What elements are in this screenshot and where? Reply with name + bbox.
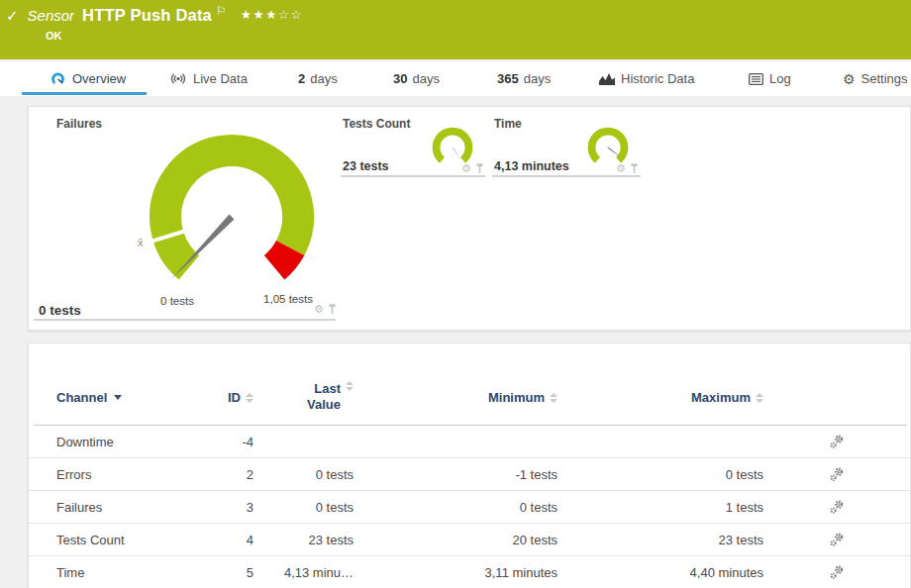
column-header-id[interactable]: ID bbox=[205, 390, 253, 405]
channel-minimum: 0 tests bbox=[354, 500, 557, 515]
gauge-icon bbox=[50, 71, 66, 86]
tab-live-data[interactable]: Live Data bbox=[169, 61, 248, 96]
channel-table-panel: Channel ID Last Value Minimum Maximum Do… bbox=[28, 343, 911, 588]
sort-icon bbox=[346, 381, 354, 391]
gauge-scale-min: 0 tests bbox=[148, 295, 207, 307]
column-header-minimum[interactable]: Minimum bbox=[354, 390, 557, 405]
tab-2-days-label: days bbox=[310, 71, 337, 86]
pin-icon[interactable] bbox=[328, 304, 337, 315]
tab-365-days-number: 365 bbox=[497, 71, 519, 86]
average-marker-label: x̄ bbox=[138, 237, 144, 248]
table-row[interactable]: Failures 3 0 tests 0 tests 1 tests bbox=[29, 491, 910, 524]
channel-maximum: 23 tests bbox=[557, 533, 763, 547]
tile-gear-icon[interactable]: ⚙ bbox=[616, 163, 626, 174]
channel-name[interactable]: Errors bbox=[56, 467, 205, 482]
channel-last-value: 0 tests bbox=[253, 467, 354, 482]
tab-30-days-number: 30 bbox=[393, 71, 407, 86]
channel-settings-gears-icon[interactable] bbox=[829, 564, 845, 580]
table-row[interactable]: Errors 2 0 tests -1 tests 0 tests bbox=[29, 458, 910, 491]
channel-minimum: -1 tests bbox=[354, 467, 557, 482]
settings-gear-icon: ⚙ bbox=[843, 72, 856, 86]
column-header-last-value[interactable]: Last Value bbox=[253, 381, 354, 414]
channel-settings-gears-icon[interactable] bbox=[829, 466, 845, 482]
table-header-row: Channel ID Last Value Minimum Maximum bbox=[29, 381, 910, 414]
channel-last-value: 0 tests bbox=[253, 500, 354, 515]
tab-overview-label: Overview bbox=[72, 71, 126, 86]
priority-stars[interactable]: ★★★☆☆ bbox=[241, 7, 304, 22]
tile-divider bbox=[341, 175, 485, 177]
channel-settings-gears-icon[interactable] bbox=[829, 499, 845, 515]
failures-gauge-title: Failures bbox=[56, 117, 102, 131]
column-header-channel[interactable]: Channel bbox=[56, 390, 205, 405]
tab-historic-data-label: Historic Data bbox=[621, 71, 694, 86]
tile-divider bbox=[492, 175, 641, 177]
tab-2-days-number: 2 bbox=[298, 71, 305, 86]
table-row[interactable]: Tests Count 4 23 tests 20 tests 23 tests bbox=[29, 524, 910, 556]
sensor-title: HTTP Push Data bbox=[82, 6, 212, 25]
status-check-icon: ✓ bbox=[6, 7, 19, 25]
sensor-type-label: Sensor bbox=[28, 7, 75, 24]
tests-count-gauge-title: Tests Count bbox=[343, 117, 410, 131]
channel-settings-gears-icon[interactable] bbox=[829, 434, 845, 449]
sort-icon bbox=[550, 393, 557, 403]
channel-name[interactable]: Downtime bbox=[56, 435, 205, 449]
failures-gauge bbox=[145, 130, 319, 304]
log-icon bbox=[749, 73, 763, 85]
channel-name[interactable]: Time bbox=[56, 565, 205, 580]
channel-id: -4 bbox=[205, 435, 253, 449]
channel-id: 3 bbox=[205, 500, 253, 515]
tab-settings[interactable]: ⚙ Settings bbox=[843, 61, 908, 96]
channel-last-value: 4,13 minu… bbox=[253, 565, 354, 580]
live-data-icon bbox=[169, 72, 187, 85]
channel-maximum: 1 tests bbox=[557, 500, 763, 515]
sort-desc-icon bbox=[114, 395, 122, 400]
channel-last-value: 23 tests bbox=[253, 533, 354, 547]
channel-id: 5 bbox=[205, 565, 253, 580]
tab-365-days-label: days bbox=[524, 71, 551, 86]
tab-30-days[interactable]: 30 days bbox=[393, 61, 440, 96]
column-header-maximum[interactable]: Maximum bbox=[557, 390, 763, 405]
table-row[interactable]: Time 5 4,13 minu… 3,11 minutes 4,40 minu… bbox=[29, 556, 910, 588]
tile-gear-icon[interactable]: ⚙ bbox=[461, 163, 471, 174]
tests-count-tile-controls: ⚙ bbox=[461, 163, 484, 174]
table-row[interactable]: Downtime -4 bbox=[29, 426, 910, 458]
active-tab-underline bbox=[22, 92, 147, 95]
gauges-panel: Failures x̄ 0 tests 1,05 tests 0 tests ⚙… bbox=[28, 106, 911, 331]
channel-minimum: 20 tests bbox=[354, 533, 557, 547]
channel-id: 2 bbox=[205, 467, 253, 482]
channel-maximum: 0 tests bbox=[557, 467, 763, 482]
channel-name[interactable]: Failures bbox=[56, 500, 205, 515]
failures-tile-controls: ⚙ bbox=[314, 304, 337, 315]
tile-gear-icon[interactable]: ⚙ bbox=[314, 304, 324, 315]
channel-settings-gears-icon[interactable] bbox=[829, 532, 845, 547]
historic-chart-icon bbox=[599, 72, 615, 85]
tests-count-current-value: 23 tests bbox=[343, 159, 389, 173]
channel-name[interactable]: Tests Count bbox=[56, 533, 205, 547]
tab-log-label: Log bbox=[769, 71, 791, 86]
time-gauge-title: Time bbox=[494, 117, 522, 131]
tab-overview[interactable]: Overview bbox=[50, 61, 126, 96]
sort-icon bbox=[756, 393, 763, 403]
flag-icon[interactable]: ⚐ bbox=[216, 4, 227, 18]
status-badge: OK bbox=[46, 30, 62, 42]
tab-settings-label: Settings bbox=[861, 71, 908, 86]
tab-log[interactable]: Log bbox=[749, 61, 791, 96]
tab-bar: Overview Live Data 2 days 30 days 365 da… bbox=[0, 61, 911, 96]
channel-minimum: 3,11 minutes bbox=[354, 565, 557, 580]
tab-historic-data[interactable]: Historic Data bbox=[599, 61, 694, 96]
tab-live-data-label: Live Data bbox=[193, 71, 248, 86]
channel-maximum: 4,40 minutes bbox=[557, 565, 763, 580]
time-current-value: 4,13 minutes bbox=[494, 159, 569, 173]
tile-divider bbox=[34, 319, 336, 321]
channel-id: 4 bbox=[205, 533, 253, 547]
table-body: Downtime -4 Errors 2 0 tests -1 tests 0 … bbox=[29, 426, 910, 588]
pin-icon[interactable] bbox=[475, 163, 484, 174]
time-tile-controls: ⚙ bbox=[616, 163, 639, 174]
tab-2-days[interactable]: 2 days bbox=[298, 61, 338, 96]
sensor-header: ✓ Sensor HTTP Push Data ⚐ ★★★☆☆ OK bbox=[0, 0, 911, 59]
tab-365-days[interactable]: 365 days bbox=[497, 61, 551, 96]
sort-icon bbox=[246, 393, 253, 403]
failures-current-value: 0 tests bbox=[39, 303, 81, 318]
gauge-scale-max: 1,05 tests bbox=[253, 293, 323, 305]
pin-icon[interactable] bbox=[630, 163, 639, 174]
